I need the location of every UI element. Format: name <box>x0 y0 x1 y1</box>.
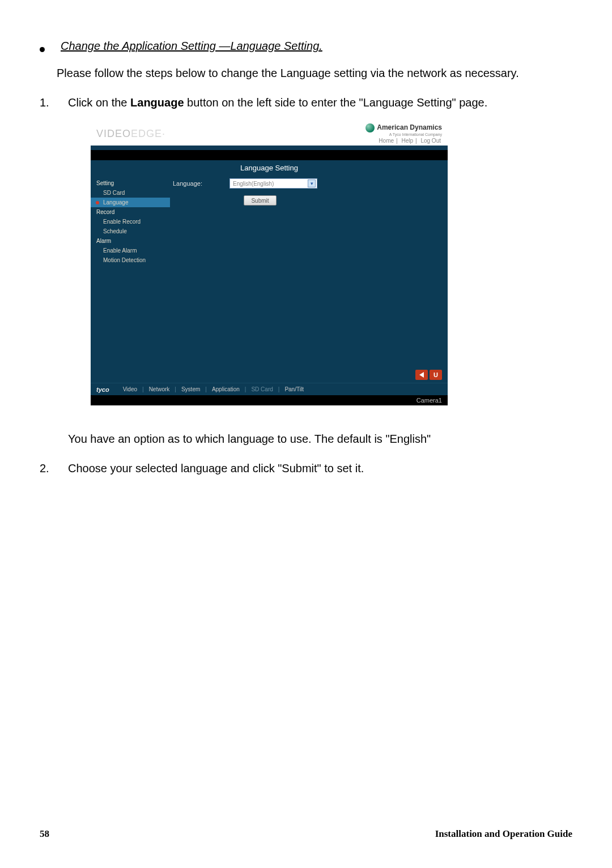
sidebar-group-setting: Setting <box>91 178 170 188</box>
videoedge-logo: VIDEOEDGE· <box>96 128 165 140</box>
heading-text: Change the Application Setting —Language… <box>61 40 322 53</box>
embedded-ui-screenshot: VIDEOEDGE· American Dynamics A Tyco Inte… <box>91 122 448 405</box>
header-gap <box>91 150 448 160</box>
page-number: 58 <box>40 828 49 840</box>
page-footer: 58 Installation and Operation Guide <box>40 828 572 840</box>
stage-title: Language Setting <box>91 164 448 172</box>
page-title: Installation and Operation Guide <box>435 828 572 840</box>
brand-block: American Dynamics A Tyco International C… <box>366 123 442 144</box>
sidebar: Setting SD Card Language Record Enable R… <box>91 160 170 383</box>
tyco-logo: tyco <box>96 386 109 393</box>
footer-link-sdcard[interactable]: SD Card <box>251 386 273 392</box>
footer-link-video[interactable]: Video <box>123 386 137 392</box>
sidebar-item-schedule[interactable]: Schedule <box>91 226 170 236</box>
sidebar-group-alarm: Alarm <box>91 236 170 246</box>
sidebar-item-motion-detection[interactable]: Motion Detection <box>91 255 170 265</box>
step-1-number: 1. <box>40 95 68 110</box>
bullet-icon <box>40 47 45 52</box>
language-selected-value: English(English) <box>233 181 274 187</box>
footer-link-application[interactable]: Application <box>212 386 240 392</box>
top-links: Home| Help| Log Out <box>366 138 442 144</box>
sidebar-item-enable-alarm[interactable]: Enable Alarm <box>91 246 170 255</box>
camera-label: Camera1 <box>416 397 442 404</box>
post-para: You have an option as to which language … <box>68 431 572 447</box>
form-area: Language: English(English) ▾ Submit <box>170 160 448 383</box>
u-button[interactable]: U <box>430 370 442 380</box>
footer-link-network[interactable]: Network <box>149 386 170 392</box>
brand-subtitle: A Tyco International Company <box>366 132 442 137</box>
globe-icon <box>366 123 375 132</box>
footer-strip: Camera1 <box>91 395 448 405</box>
language-row: Language: English(English) ▾ <box>170 178 448 189</box>
sidebar-group-record: Record <box>91 207 170 217</box>
chevron-down-icon: ▾ <box>308 179 316 187</box>
header-bar <box>91 146 448 150</box>
footer-link-system[interactable]: System <box>181 386 200 392</box>
back-arrow-icon[interactable] <box>415 370 428 380</box>
language-select[interactable]: English(English) ▾ <box>230 178 317 189</box>
brand-name: American Dynamics <box>377 124 442 131</box>
footer-nav: tyco Video| Network| System| Application… <box>91 383 448 395</box>
step-2: 2. Choose your selected language and cli… <box>40 460 572 476</box>
step-1: 1. Click on the Language button on the l… <box>40 95 572 110</box>
sidebar-item-language[interactable]: Language <box>91 198 170 207</box>
ui-header: VIDEOEDGE· American Dynamics A Tyco Inte… <box>91 122 448 146</box>
submit-button[interactable]: Submit <box>244 195 277 206</box>
step-2-number: 2. <box>40 460 68 476</box>
link-logout[interactable]: Log Out <box>420 138 441 144</box>
sidebar-item-enable-record[interactable]: Enable Record <box>91 217 170 226</box>
language-label: Language: <box>173 180 212 187</box>
link-home[interactable]: Home <box>379 138 394 144</box>
intro-paragraph: Please follow the steps below to change … <box>57 65 572 81</box>
ui-stage: Language Setting Setting SD Card Languag… <box>91 160 448 383</box>
back-controls: U <box>415 370 442 380</box>
section-heading: Change the Application Setting —Language… <box>40 40 572 53</box>
footer-link-pantilt[interactable]: Pan/Tilt <box>284 386 304 392</box>
step-2-text: Choose your selected language and click … <box>68 460 572 476</box>
step-1-text: Click on the Language button on the left… <box>68 95 572 110</box>
sidebar-item-sdcard[interactable]: SD Card <box>91 188 170 198</box>
link-help[interactable]: Help <box>401 138 413 144</box>
